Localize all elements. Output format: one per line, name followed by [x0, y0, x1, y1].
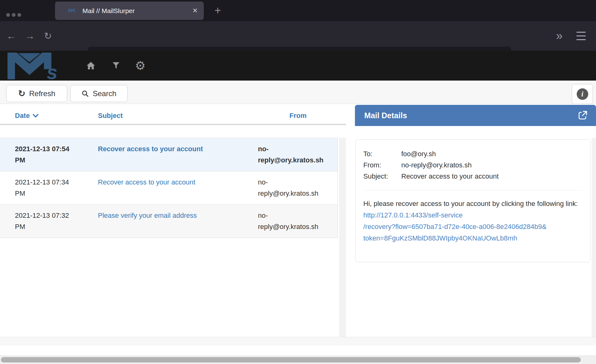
mail-date: 2021-12-13 07:54 PM [0, 138, 98, 171]
info-icon: i [577, 88, 588, 100]
page-bottom-band [0, 337, 596, 346]
subject-label: Subject: [363, 171, 401, 182]
details-scrollbar-track[interactable] [592, 138, 596, 337]
mail-subject-link[interactable]: Recover access to your account [98, 145, 203, 153]
window-close-dot[interactable] [6, 13, 10, 17]
column-header-date[interactable]: Date [15, 112, 39, 120]
search-button[interactable]: Search [70, 85, 128, 102]
list-scrollbar-track[interactable] [339, 138, 346, 337]
refresh-label: Refresh [29, 89, 55, 98]
mail-details-header: Mail Details [355, 105, 596, 126]
mail-from: no-reply@ory.kratos.sh [258, 138, 338, 171]
mail-details-title: Mail Details [364, 111, 577, 120]
menu-icon[interactable] [576, 32, 586, 40]
home-icon[interactable] [84, 51, 98, 81]
mail-row[interactable]: 2021-12-13 07:34 PM Recover access to yo… [0, 171, 338, 205]
browser-tab[interactable]: s Mail // MailSlurper × [55, 2, 204, 20]
mail-from: no-reply@ory.kratos.sh [258, 205, 338, 238]
back-icon[interactable]: ← [4, 21, 18, 51]
new-tab-button[interactable]: + [212, 4, 224, 17]
settings-gear-icon[interactable]: ⚙ [133, 51, 147, 81]
to-value: foo@ory.sh [401, 148, 436, 160]
recovery-link[interactable]: http://127.0.0.1:4433/self-service/recov… [363, 211, 547, 242]
from-label: From: [363, 160, 401, 171]
mail-details-card: To: foo@ory.sh From: no-reply@ory.kratos… [355, 139, 590, 262]
mail-from: no-reply@ory.kratos.sh [258, 171, 338, 204]
mail-list: 2021-12-13 07:54 PM Recover access to yo… [0, 138, 338, 238]
browser-tab-strip: s Mail // MailSlurper × + [0, 0, 596, 21]
mailslurper-favicon-icon: s [68, 8, 77, 13]
screen: s Mail // MailSlurper × + ← → ↻ 127.0.0.… [0, 0, 596, 364]
details-divider [363, 190, 583, 190]
svg-text:s: s [74, 10, 76, 13]
toolbar-overflow-icon[interactable]: » [551, 21, 567, 51]
sort-chevron-down-icon [33, 114, 39, 118]
search-icon [81, 90, 89, 97]
mail-row-selected[interactable]: 2021-12-13 07:54 PM Recover access to yo… [0, 138, 338, 171]
filter-icon[interactable] [109, 51, 123, 81]
forward-icon[interactable]: → [23, 21, 37, 51]
mail-subject-link[interactable]: Recover access to your account [98, 178, 195, 186]
column-header-from: From [258, 112, 338, 120]
refresh-button[interactable]: ↻ Refresh [6, 85, 67, 102]
search-label: Search [93, 89, 116, 98]
mail-date: 2021-12-13 07:34 PM [0, 171, 98, 204]
mailslurper-logo[interactable]: s [7, 53, 70, 79]
from-value: no-reply@ory.kratos.sh [401, 160, 472, 171]
mail-body-text: Hi, please recover access to your accoun… [363, 200, 578, 208]
svg-text:s: s [47, 61, 58, 79]
mail-date: 2021-12-13 07:32 PM [0, 205, 98, 238]
horizontal-scrollbar-thumb[interactable] [1, 357, 581, 362]
info-button[interactable]: i [572, 84, 593, 104]
mailslurper-navbar: s ⚙ [0, 51, 596, 81]
window-minimize-dot[interactable] [12, 13, 16, 17]
window-controls[interactable] [6, 13, 21, 17]
mail-subject-link[interactable]: Please verify your email address [98, 212, 197, 219]
refresh-icon: ↻ [18, 89, 25, 98]
to-label: To: [363, 148, 401, 160]
tab-close-icon[interactable]: × [193, 7, 198, 15]
window-zoom-dot[interactable] [17, 13, 21, 17]
horizontal-scrollbar[interactable] [0, 356, 596, 364]
open-external-icon[interactable] [577, 110, 588, 121]
browser-toolbar: ← → ↻ 127.0.0.1:4436/# 90% » [0, 21, 596, 51]
app-toolbar: ↻ Refresh Search i [0, 83, 596, 104]
reload-icon[interactable]: ↻ [41, 21, 55, 51]
tab-title: Mail // MailSlurper [82, 7, 193, 15]
column-header-subject: Subject [98, 112, 123, 120]
mail-list-header: Date Subject From [0, 107, 346, 125]
subject-value: Recover access to your account [401, 171, 499, 182]
mail-body: Hi, please recover access to your accoun… [363, 198, 583, 244]
mail-row[interactable]: 2021-12-13 07:32 PM Please verify your e… [0, 205, 338, 238]
